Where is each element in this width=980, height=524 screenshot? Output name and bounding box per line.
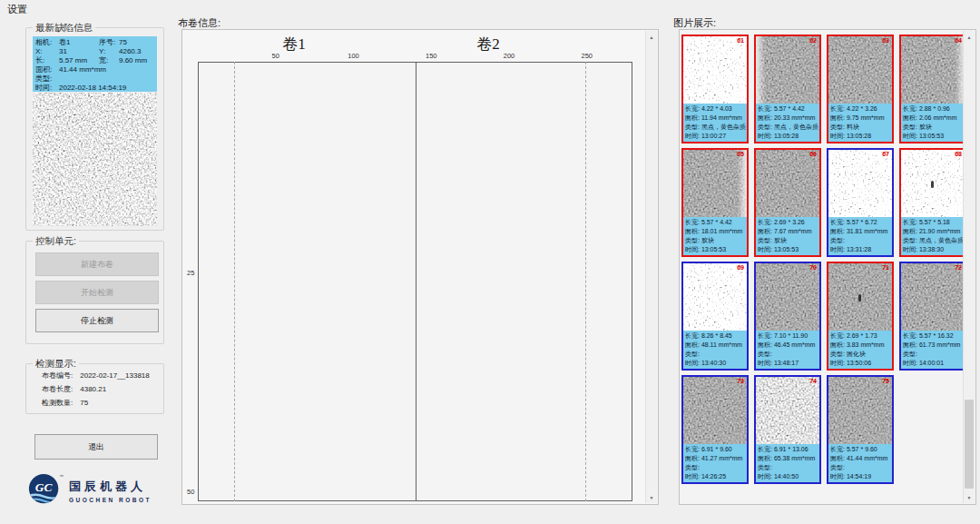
defect-time: 时间: 13:38:30 (903, 245, 963, 254)
roll-map-scrollbar[interactable]: ▲ ▼ (645, 31, 657, 503)
latest-defect-title: 最新缺陷信息 (33, 22, 95, 35)
defect-card[interactable]: 62 长宽: 5.57 * 4.42 面积: 20.33 mm*mm 类型: 黑… (754, 35, 821, 143)
defect-thumbnail: 73 (683, 377, 747, 444)
defect-card[interactable]: 70 长宽: 7.10 * 11.90 面积: 46.45 mm*mm 类型: … (754, 262, 821, 371)
scrollbar-thumb[interactable] (965, 400, 974, 489)
defect-card[interactable]: 73 长宽: 6.91 * 9.60 面积: 41.27 mm*mm 类型: 时… (681, 375, 749, 484)
x-axis-tick: 150 (426, 52, 437, 60)
defect-card[interactable]: 71 长宽: 2.69 * 1.73 面积: 3.83 mm*mm 类型: 固化… (827, 262, 894, 371)
image-panel-scrollbar[interactable]: ▲ ▼ (963, 31, 975, 503)
roll-id-row: 布卷编号:2022-02-17__133818 (42, 371, 150, 381)
defect-type: 类型: (685, 350, 745, 359)
scroll-up-icon[interactable]: ▲ (964, 31, 975, 43)
x-label: X: (35, 47, 59, 56)
defect-card[interactable]: 63 长宽: 4.22 * 3.26 面积: 9.75 mm*mm 类型: 料块… (827, 35, 894, 143)
fabric-edge-line (234, 62, 235, 501)
defect-area: 面积: 31.81 mm*mm (830, 227, 890, 236)
defect-type: 类型: 黑点，黄色杂质 (903, 236, 963, 245)
defect-card[interactable]: 75 长宽: 5.57 * 9.60 面积: 41.44 mm*mm 类型: 时… (827, 375, 894, 484)
defect-number: 69 (737, 264, 744, 271)
defect-time: 时间: 13:05:28 (758, 132, 818, 141)
defect-thumbnail: 71 (828, 263, 892, 331)
defect-time: 时间: 13:05:53 (758, 245, 818, 254)
stop-detect-button[interactable]: 停止检测 (35, 309, 159, 332)
app-window: 设置 最新缺陷信息 相机: 卷1 序号: 75 X: 31 Y: 4260.3 … (0, 0, 980, 524)
defect-size: 长宽: 2.69 * 3.26 (758, 218, 818, 227)
defect-card[interactable]: 65 长宽: 5.57 * 4.42 面积: 18.01 mm*mm 类型: 胶… (681, 148, 749, 257)
defect-thumbnail: 64 (901, 36, 965, 104)
defect-size: 长宽: 2.69 * 1.73 (830, 331, 890, 341)
defect-size: 长宽: 5.57 * 4.42 (758, 104, 818, 114)
defect-info: 长宽: 2.88 * 0.96 面积: 2.06 mm*mm 类型: 胶块 时间… (901, 104, 965, 142)
defect-size: 长宽: 6.91 * 9.60 (685, 445, 745, 454)
logo-name-en: GUOCHEN ROBOT (69, 497, 152, 503)
defect-card[interactable]: 61 长宽: 4.22 * 4.03 面积: 11.94 mm*mm 类型: 黑… (681, 35, 749, 143)
defect-size: 长宽: 7.10 * 11.90 (758, 331, 818, 341)
defect-time: 时间: 13:31:28 (830, 245, 890, 254)
defect-info: 长宽: 5.57 * 16.32 面积: 61.73 mm*mm 类型: 时间:… (901, 331, 965, 369)
x-value: 31 (59, 47, 99, 56)
scroll-up-icon[interactable]: ▲ (646, 31, 657, 43)
defect-card[interactable]: 66 长宽: 2.69 * 3.26 面积: 7.67 mm*mm 类型: 胶块… (754, 148, 821, 257)
defect-size: 长宽: 5.57 * 16.32 (903, 331, 963, 341)
defect-card[interactable]: 64 长宽: 2.88 * 0.96 面积: 2.06 mm*mm 类型: 胶块… (899, 35, 966, 143)
defect-area: 面积: 3.83 mm*mm (830, 341, 890, 350)
defect-time: 时间: 13:50:06 (830, 359, 890, 368)
defect-number: 71 (882, 264, 889, 271)
defect-time: 时间: 14:40:50 (758, 472, 818, 481)
defect-thumbnail: 63 (828, 36, 892, 104)
defect-thumbnail: 74 (756, 377, 819, 444)
defect-info: 长宽: 4.22 * 3.26 面积: 9.75 mm*mm 类型: 料块 时间… (828, 104, 892, 142)
defect-number: 74 (809, 378, 817, 384)
detect-count-value: 75 (80, 399, 88, 407)
defect-number: 63 (882, 37, 889, 44)
defect-info: 长宽: 2.69 * 3.26 面积: 7.67 mm*mm 类型: 胶块 时间… (756, 217, 819, 255)
defect-info: 长宽: 5.57 * 4.42 面积: 18.01 mm*mm 类型: 胶块 时… (683, 217, 747, 255)
x-axis-tick: 250 (581, 52, 593, 60)
menu-settings[interactable]: 设置 (7, 3, 27, 16)
logo-tm: ™ (59, 474, 64, 479)
defect-info: 长宽: 2.69 * 1.73 面积: 3.83 mm*mm 类型: 固化块 时… (828, 331, 892, 369)
detect-display-group: 检测显示: 布卷编号:2022-02-17__133818 布卷长度:4380.… (25, 363, 164, 414)
exit-button[interactable]: 退出 (34, 434, 158, 460)
roll-length-label: 布卷长度: (42, 385, 73, 393)
defect-number: 61 (737, 37, 744, 44)
camera-value: 卷1 (59, 38, 99, 47)
scroll-down-icon[interactable]: ▼ (646, 491, 657, 503)
latest-defect-group: 最新缺陷信息 相机: 卷1 序号: 75 X: 31 Y: 4260.3 长: … (25, 27, 164, 231)
defect-card[interactable]: 67 长宽: 5.57 * 6.72 面积: 31.81 mm*mm 类型: 时… (827, 148, 894, 257)
defect-card[interactable]: 69 长宽: 8.26 * 8.45 面积: 48.11 mm*mm 类型: 时… (681, 262, 749, 371)
width-value: 9.60 mm (119, 56, 157, 65)
start-detect-button[interactable]: 开始检测 (35, 281, 159, 304)
defect-thumbnail: 68 (901, 150, 965, 217)
roll-panel-header: 卷2 (476, 34, 500, 54)
roll-length-row: 布卷长度:4380.21 (42, 384, 106, 394)
defect-time: 时间: 14:26:25 (685, 472, 745, 481)
defect-card[interactable]: 74 长宽: 6.91 * 13.06 面积: 65.38 mm*mm 类型: … (754, 375, 821, 484)
new-roll-button[interactable]: 新建布卷 (35, 252, 159, 276)
defect-time: 时间: 14:00:01 (903, 359, 963, 368)
x-axis-tick: 100 (348, 52, 359, 60)
defect-thumbnail: 61 (683, 36, 747, 104)
defect-info: 长宽: 4.22 * 4.03 面积: 11.94 mm*mm 类型: 黑点，黄… (683, 104, 747, 142)
defect-info: 长宽: 7.10 * 11.90 面积: 46.45 mm*mm 类型: 时间:… (756, 331, 819, 369)
defect-size: 长宽: 5.57 * 4.42 (685, 218, 745, 227)
image-display-panel: 61 长宽: 4.22 * 4.03 面积: 11.94 mm*mm 类型: 黑… (679, 29, 976, 505)
defect-thumbnail: 62 (756, 36, 819, 104)
defect-info: 长宽: 6.91 * 13.06 面积: 65.38 mm*mm 类型: 时间:… (756, 444, 819, 482)
length-value: 5.57 mm (59, 56, 99, 65)
defect-type: 类型: 黑点，黄色杂质 (758, 123, 818, 132)
defect-thumbnail: 65 (683, 150, 747, 217)
defect-card[interactable]: 68 长宽: 5.57 * 5.18 面积: 21.90 mm*mm 类型: 黑… (899, 148, 966, 257)
defect-type: 类型: 胶块 (758, 236, 818, 245)
defect-card[interactable]: 72 长宽: 5.57 * 16.32 面积: 61.73 mm*mm 类型: … (899, 262, 966, 371)
defect-thumbnail: 67 (828, 150, 892, 217)
defect-number: 65 (737, 151, 744, 157)
latest-defect-image (33, 93, 157, 226)
scroll-down-icon[interactable]: ▼ (964, 491, 975, 503)
defect-area: 面积: 61.73 mm*mm (903, 341, 963, 350)
defect-number: 70 (809, 264, 817, 271)
logo-gc-icon: GC ™ (27, 470, 64, 510)
detect-count-label: 检测数量: (42, 399, 73, 407)
detect-display-title: 检测显示: (33, 358, 79, 371)
